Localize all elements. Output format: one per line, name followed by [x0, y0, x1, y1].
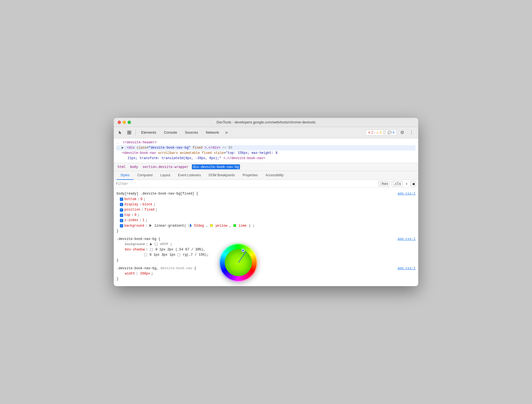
- cursor-icon[interactable]: [117, 129, 124, 136]
- color-wheel[interactable]: [219, 243, 258, 282]
- color-picker-overlay[interactable]: [219, 243, 258, 282]
- breadcrumb-section[interactable]: section.devsite-wrapper: [141, 164, 190, 169]
- shadow1-swatch[interactable]: [150, 248, 153, 251]
- styles-panel: body[ready] .devsite-book-nav-bg[fixed] …: [114, 188, 418, 286]
- css-prop-zindex: ✓ z-index : 1 ;: [117, 218, 415, 223]
- css-prop-width: width : 268px ;: [117, 271, 415, 276]
- dom-line-4: 21px; transform: translate3d(0px, -39px,…: [117, 156, 415, 161]
- css-rule-3-closing: }: [117, 276, 415, 282]
- error-badge-group[interactable]: ✕ 2 | ⚠ 4: [366, 130, 384, 136]
- css-rule-2-closing: }: [117, 258, 415, 263]
- prop-checkbox-bottom[interactable]: ✓: [120, 198, 123, 201]
- svg-rect-0: [128, 131, 129, 132]
- title-bar: DevTools - developers.google.com/web/too…: [114, 118, 418, 127]
- css-rule-1-header: body[ready] .devsite-book-nav-bg[fixed] …: [117, 191, 415, 196]
- collapse-button[interactable]: ◀: [410, 181, 416, 187]
- css-rule-3-header: .devsite-book-nav-bg, devsite-book-nav {…: [117, 266, 415, 271]
- svg-rect-3: [130, 133, 131, 134]
- prop-checkbox-background[interactable]: ✓: [120, 224, 123, 227]
- breadcrumb: html body section.devsite-wrapper div.de…: [114, 163, 418, 171]
- filter-bar: :hov .cls + ◀: [114, 180, 418, 188]
- info-badge-group[interactable]: 💬 9: [385, 130, 397, 136]
- tab-computed[interactable]: Computed: [133, 171, 156, 180]
- error-icon: ✕: [368, 131, 371, 134]
- breadcrumb-body[interactable]: body: [129, 164, 139, 169]
- css-rule-1: body[ready] .devsite-book-nav-bg[fixed] …: [117, 191, 415, 234]
- css-prop-boxshadow1: box-shadow : 0 1px 2px (…54 67 / 30%),: [117, 247, 415, 252]
- tab-event-listeners[interactable]: Event Listeners: [174, 171, 205, 180]
- css-source-2[interactable]: app.css:1: [397, 237, 415, 242]
- css-prop-boxshadow2: 0 1px 3px 1px rg(…7 / 15%);: [117, 252, 415, 258]
- warning-count: 4: [380, 131, 382, 134]
- fff-swatch[interactable]: [155, 243, 157, 246]
- dom-line-3: <devsite-book-nav scrollbars animatable …: [117, 151, 415, 156]
- breadcrumb-html[interactable]: html: [117, 164, 127, 169]
- hov-button[interactable]: :hov: [378, 181, 390, 187]
- info-count: 9: [392, 131, 394, 134]
- shadow3-swatch[interactable]: [177, 253, 180, 256]
- expand-triangle-icon[interactable]: [149, 224, 152, 227]
- gradient-swatch[interactable]: [188, 224, 192, 227]
- more-tabs-button[interactable]: »: [223, 129, 229, 136]
- devtools-toolbar: Elements Console Sources Network » ✕ 2 |…: [114, 127, 418, 138]
- css-prop-bottom: ✓ bottom : 0 ;: [117, 197, 415, 202]
- filter-input[interactable]: [116, 182, 376, 186]
- comment-icon: 💬: [388, 131, 392, 134]
- panel-tabs: Styles Computed Layout Event Listeners D…: [114, 171, 418, 180]
- svg-rect-2: [130, 131, 131, 132]
- traffic-lights: [118, 121, 131, 124]
- prop-checkbox-top[interactable]: ✓: [120, 214, 123, 217]
- yellow-swatch[interactable]: [210, 224, 213, 227]
- dom-line-1: … </devsite-header>: [117, 140, 415, 145]
- tab-properties[interactable]: Properties: [239, 171, 262, 180]
- prop-checkbox-zindex[interactable]: ✓: [120, 219, 123, 222]
- tab-styles[interactable]: Styles: [117, 171, 133, 180]
- css-source-3[interactable]: app.css:1: [397, 266, 415, 271]
- shadow2-swatch[interactable]: [144, 253, 147, 256]
- tab-network[interactable]: Network: [203, 129, 223, 136]
- dom-line-2[interactable]: … ▶ <div class="devsite-book-nav-bg" fix…: [117, 145, 415, 151]
- css-rule-2-header: .devsite-book-nav-bg { app.css:1: [117, 237, 415, 242]
- tab-accessibility[interactable]: Accessibility: [262, 171, 287, 180]
- css-rule-2: .devsite-book-nav-bg { app.css:1 backgro…: [117, 237, 415, 263]
- css-source-1[interactable]: app.css:1: [397, 191, 415, 196]
- toolbar-right: ✕ 2 | ⚠ 4 💬 9 ⚙ ⋮: [366, 129, 415, 136]
- error-count: 2: [371, 131, 373, 134]
- lime-swatch[interactable]: [233, 224, 236, 227]
- svg-rect-1: [128, 133, 129, 134]
- css-rule-1-closing: }: [117, 229, 415, 234]
- window-title: DevTools - developers.google.com/web/too…: [216, 120, 316, 124]
- prop-checkbox-display[interactable]: ✓: [120, 203, 123, 206]
- more-options-icon[interactable]: ⋮: [408, 129, 415, 136]
- cls-button[interactable]: .cls: [391, 181, 403, 187]
- prop-checkbox-position[interactable]: ✓: [120, 208, 123, 212]
- css-prop-top: ✓ top : 0 ;: [117, 213, 415, 218]
- css-prop-display: ✓ display : block ;: [117, 202, 415, 207]
- devtools-window: DevTools - developers.google.com/web/too…: [114, 118, 418, 286]
- tab-layout[interactable]: Layout: [156, 171, 174, 180]
- separator: [135, 130, 136, 136]
- warning-icon: ⚠: [376, 131, 379, 134]
- breadcrumb-div[interactable]: div.devsite-book-nav-bg: [192, 164, 240, 169]
- minimize-button[interactable]: [123, 121, 126, 124]
- tab-dom-breakpoints[interactable]: DOM Breakpoints: [205, 171, 239, 180]
- dom-viewer: … </devsite-header> … ▶ <div class="devs…: [114, 138, 418, 163]
- css-selector-2[interactable]: .devsite-book-nav-bg {: [117, 237, 160, 241]
- filter-actions: :hov .cls + ◀: [378, 181, 416, 187]
- settings-icon[interactable]: ⚙: [398, 129, 406, 136]
- color-wheel-arm: [238, 251, 247, 263]
- close-button[interactable]: [118, 121, 121, 124]
- tab-elements[interactable]: Elements: [138, 129, 159, 136]
- css-prop-bg-fff: background : #fff ;: [117, 242, 415, 247]
- css-rule-3: .devsite-book-nav-bg, devsite-book-nav {…: [117, 266, 415, 282]
- bg-expand-icon[interactable]: [150, 243, 152, 246]
- add-style-button[interactable]: +: [404, 182, 409, 186]
- css-prop-background: ✓ background : linear-gradient( 52deg , …: [117, 223, 415, 229]
- css-selector-3[interactable]: .devsite-book-nav-bg,: [117, 266, 160, 270]
- tab-console[interactable]: Console: [161, 129, 180, 136]
- maximize-button[interactable]: [128, 121, 131, 124]
- tab-sources[interactable]: Sources: [182, 129, 202, 136]
- inspect-icon[interactable]: [125, 129, 133, 136]
- color-wheel-handle[interactable]: [241, 249, 245, 252]
- css-selector-1[interactable]: body[ready] .devsite-book-nav-bg[fixed] …: [117, 192, 198, 196]
